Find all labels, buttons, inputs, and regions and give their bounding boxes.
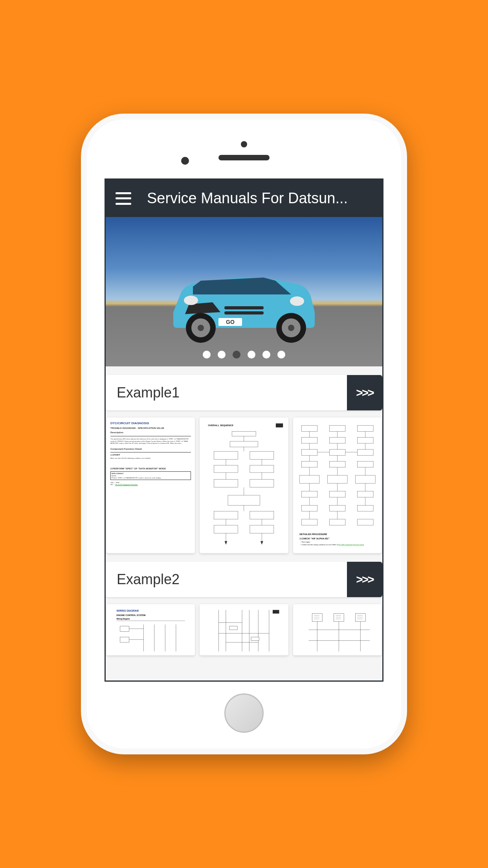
svg-rect-83 — [301, 519, 317, 525]
svg-rect-35 — [214, 525, 238, 533]
svg-rect-72 — [301, 491, 317, 497]
wiring-thumbnail[interactable]: WIRING DIAGRAM ENGINE CONTROL SYSTEM Wir… — [106, 604, 195, 655]
hamburger-menu-icon[interactable] — [116, 192, 131, 205]
svg-rect-31 — [214, 511, 238, 519]
carousel-dot[interactable] — [277, 351, 285, 359]
carousel-dots — [203, 351, 285, 359]
app-screen: Service Manuals For Datsun... — [105, 178, 383, 682]
svg-rect-74 — [357, 491, 373, 497]
carousel-dot[interactable] — [262, 351, 270, 359]
svg-rect-115 — [334, 614, 344, 622]
svg-rect-78 — [301, 505, 317, 511]
phone-camera — [181, 157, 189, 165]
svg-rect-22 — [214, 465, 238, 473]
svg-text:OVERALL SEQUENCE: OVERALL SEQUENCE — [208, 424, 234, 427]
svg-rect-48 — [329, 438, 345, 443]
svg-rect-68 — [355, 475, 375, 483]
svg-rect-19 — [250, 451, 274, 459]
car-image: GO — [150, 257, 338, 344]
carousel-dot[interactable] — [248, 351, 255, 359]
diagram-thumbnail[interactable]: OVERALL SEQUENCE — [200, 417, 288, 553]
svg-rect-36 — [250, 525, 274, 533]
svg-rect-80 — [357, 505, 373, 511]
thumbnail-row: WIRING DIAGRAM ENGINE CONTROL SYSTEM Wir… — [106, 604, 382, 655]
svg-rect-66 — [299, 475, 319, 483]
svg-text:DETAILED PROCEDURE: DETAILED PROCEDURE — [299, 533, 327, 535]
svg-rect-114 — [312, 614, 322, 622]
phone-home-button[interactable] — [224, 693, 264, 733]
svg-rect-112 — [229, 626, 237, 630]
section-header[interactable]: Example1 >>> — [106, 375, 382, 410]
svg-rect-73 — [329, 491, 345, 497]
svg-marker-39 — [225, 541, 227, 544]
svg-text:• Confirm that the testing con: • Confirm that the testing conditions ar… — [301, 544, 364, 546]
svg-rect-85 — [357, 519, 373, 525]
phone-frame: Service Manuals For Datsun... — [81, 114, 407, 754]
svg-rect-49 — [357, 438, 373, 443]
svg-rect-29 — [228, 495, 260, 505]
phone-speaker — [218, 155, 270, 160]
svg-rect-1 — [224, 311, 264, 314]
wiring-thumbnail[interactable] — [200, 604, 288, 655]
svg-rect-53 — [301, 449, 317, 455]
section-title: Example1 — [106, 384, 347, 401]
svg-point-9 — [288, 325, 294, 331]
section-arrow-button[interactable]: >>> — [347, 562, 382, 597]
diagram-thumbnail[interactable]: DETAILED PROCEDURE 1.CHECK "A/F ALPHA-B1… — [293, 417, 382, 553]
svg-rect-26 — [214, 479, 238, 487]
svg-rect-94 — [120, 626, 129, 632]
phone-inner: Service Manuals For Datsun... — [87, 120, 401, 748]
content-area: GO Example1 >>> — [106, 217, 382, 680]
svg-rect-61 — [329, 462, 345, 467]
svg-rect-18 — [214, 451, 238, 459]
svg-text:Wiring Diagram: Wiring Diagram — [117, 618, 130, 620]
svg-rect-79 — [329, 505, 345, 511]
svg-rect-32 — [250, 511, 274, 519]
carousel-dot-active[interactable] — [233, 351, 240, 359]
svg-point-2 — [184, 296, 198, 305]
svg-text:• Start engine: • Start engine — [301, 541, 310, 543]
svg-rect-95 — [120, 637, 129, 642]
section-title: Example2 — [106, 571, 347, 588]
phone-sensor — [241, 141, 247, 147]
svg-rect-43 — [357, 425, 373, 431]
svg-rect-84 — [329, 519, 345, 525]
svg-rect-67 — [327, 475, 347, 483]
svg-text:WIRING DIAGRAM: WIRING DIAGRAM — [117, 609, 139, 612]
svg-rect-62 — [357, 462, 373, 467]
hero-carousel[interactable]: GO — [106, 217, 382, 366]
svg-point-3 — [290, 296, 304, 306]
section-example1: Example1 >>> DTC/CIRCUIT DIAGNOSIS TROUB… — [106, 375, 382, 553]
svg-text:1.CHECK "A/F ALPHA-B1": 1.CHECK "A/F ALPHA-B1" — [299, 537, 329, 540]
svg-rect-102 — [273, 610, 279, 614]
svg-rect-42 — [329, 425, 345, 431]
svg-rect-116 — [355, 614, 365, 622]
svg-rect-41 — [301, 425, 317, 431]
carousel-dot[interactable] — [203, 351, 211, 359]
section-arrow-button[interactable]: >>> — [347, 375, 382, 410]
svg-rect-0 — [224, 306, 264, 309]
svg-rect-55 — [357, 449, 373, 455]
svg-rect-113 — [251, 637, 259, 640]
svg-rect-60 — [301, 462, 317, 467]
app-header: Service Manuals For Datsun... — [106, 180, 382, 217]
carousel-dot[interactable] — [218, 351, 226, 359]
document-thumbnail[interactable]: DTC/CIRCUIT DIAGNOSIS TROUBLE DIAGNOSIS … — [106, 417, 195, 553]
section-example2: Example2 >>> WIRING DIAGRAM ENGINE CONTR… — [106, 562, 382, 655]
thumbnail-row: DTC/CIRCUIT DIAGNOSIS TROUBLE DIAGNOSIS … — [106, 417, 382, 553]
svg-marker-40 — [261, 541, 263, 544]
svg-rect-27 — [250, 479, 274, 487]
section-header[interactable]: Example2 >>> — [106, 562, 382, 597]
svg-rect-14 — [232, 431, 256, 436]
svg-point-6 — [198, 325, 204, 331]
svg-rect-23 — [250, 465, 274, 473]
svg-rect-16 — [230, 441, 258, 447]
page-title: Service Manuals For Datsun... — [147, 190, 372, 207]
wiring-thumbnail[interactable] — [293, 604, 382, 655]
svg-rect-13 — [276, 423, 283, 427]
svg-text:ENGINE CONTROL SYSTEM: ENGINE CONTROL SYSTEM — [117, 614, 146, 616]
svg-rect-54 — [329, 449, 345, 455]
svg-rect-47 — [301, 438, 317, 443]
svg-text:GO: GO — [226, 319, 235, 325]
